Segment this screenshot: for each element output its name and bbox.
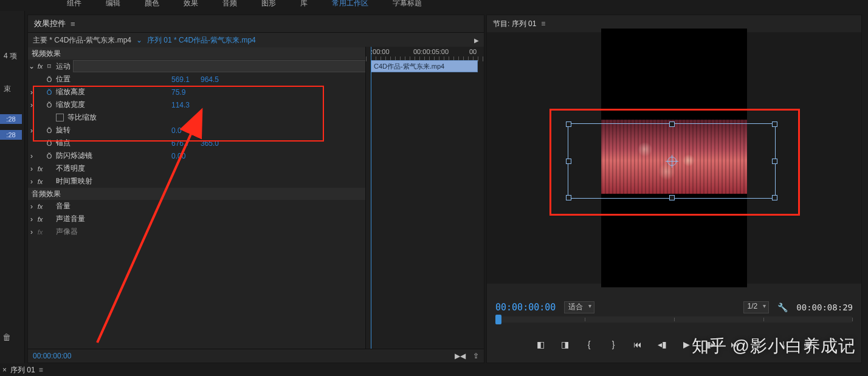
value[interactable]: 569.1	[171, 75, 201, 84]
menu-item[interactable]: 图形	[261, 0, 276, 9]
ruler-tick: :00:00	[371, 48, 390, 55]
selection-box[interactable]	[568, 123, 776, 199]
value[interactable]: 114.3	[171, 101, 201, 109]
footer-timecode[interactable]: 00:00:00:00	[33, 352, 71, 360]
frame-fwd-icon[interactable]: ▮▸	[705, 340, 716, 349]
mini-timeline[interactable]: :00:00 00:00:05:00 00 C4D作品-紫气东来.mp4	[365, 47, 484, 363]
prop-label: 声道音量	[53, 214, 171, 224]
path-main: 主要 * C4D作品-紫气东来.mp4	[33, 35, 131, 46]
menu-item[interactable]: 颜色	[145, 0, 159, 9]
program-monitor-panel: 节目: 序列 01 ≡ 00:00:00:00 适合 1/2 🔧 00:00:0…	[486, 15, 862, 363]
zoom-fit-select[interactable]: 适合	[564, 301, 594, 313]
menu-item[interactable]: 组件	[67, 0, 81, 9]
export-frame-icon[interactable]: ▣	[802, 340, 813, 349]
menu-item[interactable]: 库	[300, 0, 308, 9]
export-icon[interactable]: ⇪	[473, 352, 479, 360]
prop-label: 锚点	[53, 138, 171, 148]
tab-menu-icon[interactable]: ≡	[39, 366, 43, 374]
prop-label: 时间重映射	[53, 176, 171, 186]
close-icon[interactable]: ×	[2, 366, 7, 374]
mini-ruler[interactable]: :00:00 00:00:05:00 00	[366, 47, 484, 61]
panel-menu-icon[interactable]: ≡	[541, 19, 545, 28]
menu-item-active[interactable]: 常用工作区	[332, 0, 368, 9]
resolution-select[interactable]: 1/2	[743, 301, 770, 313]
settings-icon[interactable]: 🔧	[777, 303, 788, 312]
menu-item[interactable]: 效果	[184, 0, 198, 9]
lift-icon[interactable]: ⤒	[754, 340, 765, 349]
step-fwd-icon[interactable]: ⏭	[729, 340, 740, 349]
panel-header: 效果控件 ≡	[28, 15, 484, 33]
extract-icon[interactable]: ⤓	[778, 340, 789, 349]
project-strip: 4 项 束 :28 :28 🗑	[0, 11, 25, 363]
prop-label: 等比缩放	[67, 113, 97, 121]
mark-in-icon[interactable]: ◧	[535, 340, 546, 349]
stopwatch-icon[interactable]: Ŏ	[45, 89, 53, 96]
playhead[interactable]	[371, 47, 371, 363]
frame-back-icon[interactable]: ◂▮	[656, 340, 667, 349]
menu-item[interactable]: 字幕标题	[393, 0, 422, 9]
sequence-tab[interactable]: × 序列 01 ≡	[2, 364, 43, 376]
strip-label: 束	[4, 84, 11, 94]
current-timecode[interactable]: 00:00:00:00	[495, 302, 556, 313]
path-sequence[interactable]: 序列 01 * C4D作品-紫气东来.mp4	[147, 35, 256, 46]
value[interactable]: 75.9	[171, 88, 201, 97]
section-label: 视频效果	[32, 49, 61, 59]
ruler-tick: 00:00:05:00	[413, 48, 449, 55]
prop-label: 旋转	[53, 125, 171, 135]
ruler-tick: 00	[469, 48, 477, 55]
total-timecode: 00:00:08:29	[796, 303, 853, 312]
stopwatch-icon[interactable]: Ŏ	[45, 101, 53, 109]
prop-label: 位置	[53, 74, 171, 84]
scrubber-knob[interactable]	[495, 315, 501, 324]
play-icon[interactable]: ▶	[681, 340, 692, 349]
panel-title: 效果控件	[34, 18, 66, 29]
top-menu: 组件 编辑 颜色 效果 音频 图形 库 常用工作区 字幕标题	[0, 0, 868, 6]
strip-badge[interactable]: :28	[0, 130, 22, 140]
go-out-icon[interactable]: }	[608, 340, 619, 349]
motion-label: 运动	[53, 61, 71, 72]
value[interactable]: 964.5	[201, 75, 230, 84]
program-scrubber[interactable]	[487, 316, 861, 331]
effect-controls-panel: 效果控件 ≡ 主要 * C4D作品-紫气东来.mp4 ⌄ 序列 01 * C4D…	[27, 15, 484, 363]
menu-item[interactable]: 编辑	[106, 0, 120, 9]
item-count: 4 项	[4, 51, 17, 61]
step-back-icon[interactable]: ⏮	[632, 340, 643, 349]
value[interactable]: 676.7	[171, 139, 201, 148]
value[interactable]: 365.0	[201, 139, 230, 148]
anchor-crosshair-icon[interactable]	[667, 157, 677, 166]
add-button-icon[interactable]: +	[846, 339, 853, 352]
panel-menu-icon[interactable]: ≡	[71, 19, 75, 29]
prop-label: 缩放高度	[53, 87, 171, 97]
clip-bar[interactable]: C4D作品-紫气东来.mp4	[371, 60, 478, 72]
program-info-bar: 00:00:00:00 适合 1/2 🔧 00:00:08:29	[487, 299, 861, 315]
uniform-scale-checkbox[interactable]	[56, 114, 64, 121]
prop-label: 音量	[53, 201, 171, 211]
loop-icon[interactable]: ▶◀	[455, 352, 466, 360]
mark-out-icon[interactable]: ◨	[559, 340, 570, 349]
prop-label: 防闪烁滤镜	[53, 151, 171, 161]
chevron-icon[interactable]: ⌄	[136, 36, 142, 44]
effect-controls-footer: 00:00:00:00 ▶◀ ⇪	[28, 349, 484, 363]
program-monitor[interactable]	[487, 32, 861, 284]
value[interactable]: 0.0	[171, 126, 201, 135]
value[interactable]: 0.00	[171, 152, 201, 160]
strip-badge[interactable]: :28	[0, 114, 22, 124]
prop-label: 缩放宽度	[53, 100, 171, 110]
sequence-name: 序列 01	[10, 365, 35, 375]
go-in-icon[interactable]: {	[584, 340, 594, 349]
section-label: 音频效果	[32, 189, 61, 199]
clip-path-bar: 主要 * C4D作品-紫气东来.mp4 ⌄ 序列 01 * C4D作品-紫气东来…	[28, 33, 484, 47]
transport-controls: ◧ ◨ { } ⏮ ◂▮ ▶ ▮▸ ⏭ ⤒ ⤓ ▣	[487, 335, 861, 354]
mask-icon[interactable]: ⌑	[45, 63, 53, 70]
prop-label: 不透明度	[53, 163, 171, 174]
prop-label: 声像器	[53, 227, 171, 237]
menu-item[interactable]: 音频	[222, 0, 237, 9]
panel-title: 节目: 序列 01	[493, 19, 536, 29]
trash-icon[interactable]: 🗑	[2, 332, 11, 342]
play-mini-icon[interactable]: ▶	[474, 37, 479, 44]
